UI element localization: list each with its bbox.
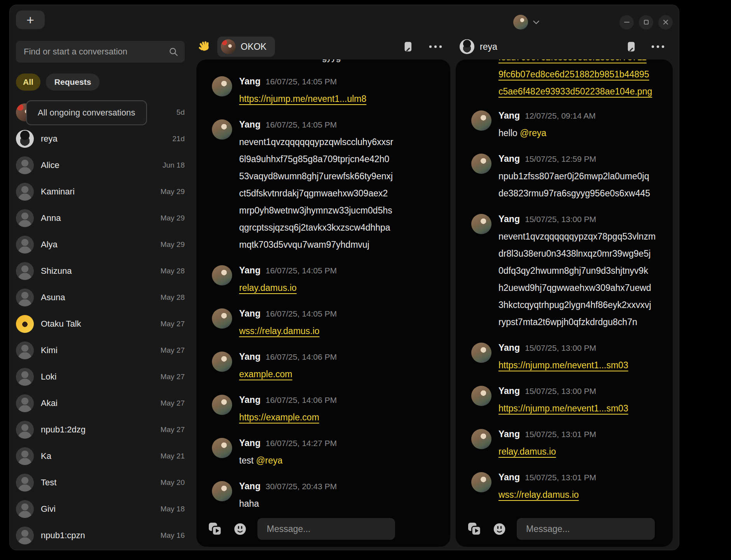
message-avatar[interactable]	[471, 154, 491, 174]
message-header: Yang16/07/25, 14:06 PM	[239, 350, 443, 363]
message-body: Yang15/07/25, 13:00 PMhttps://njump.me/n…	[498, 341, 666, 374]
conversation-row[interactable]: npub1:2dzgMay 27	[16, 416, 185, 443]
message-link[interactable]: https://njump.me/nevent1...sm03	[498, 360, 628, 370]
minimize-button[interactable]	[619, 15, 634, 30]
message-input[interactable]: Message...	[517, 518, 655, 540]
search-placeholder: Find or start a conversation	[24, 47, 168, 57]
message-content: hello @reya	[498, 124, 666, 142]
conversation-title-pill[interactable]: OKOK	[217, 37, 275, 57]
message-link[interactable]: relay.damus.io	[239, 283, 297, 293]
conversation-row[interactable]: AkaiMay 27	[16, 390, 185, 416]
conversation-name: Alice	[41, 160, 156, 170]
message-header: Yang16/07/25, 14:05 PM	[239, 118, 443, 131]
message-link[interactable]: f8dd769e762fc83393d6f13386/7e711	[498, 60, 666, 66]
message-header: Yang16/07/25, 14:27 PM	[239, 437, 443, 450]
conversation-time: May 18	[161, 505, 185, 513]
message-body: Yang16/07/25, 14:05 PMwss://relay.damus.…	[239, 307, 443, 340]
message-avatar[interactable]	[212, 481, 232, 501]
message-avatar[interactable]	[471, 472, 491, 492]
message-link[interactable]: example.com	[239, 369, 292, 379]
conversation-row[interactable]: GiviMay 18	[16, 496, 185, 522]
maximize-icon	[643, 19, 649, 25]
message: Yang16/07/25, 14:27 PMtest @reya	[212, 437, 443, 469]
conversation-row[interactable]: KaminariMay 29	[16, 178, 185, 205]
conversation-row[interactable]: AliceJun 18	[16, 152, 185, 178]
conversation-row[interactable]: ShizunaMay 28	[16, 258, 185, 284]
conversation-name: Kimi	[41, 345, 154, 355]
message-avatar[interactable]	[471, 386, 491, 406]
message-link[interactable]: relay.damus.io	[498, 446, 556, 457]
message-avatar[interactable]	[212, 76, 232, 96]
conversation-row[interactable]: AlyaMay 29	[16, 231, 185, 258]
message-avatar[interactable]	[471, 429, 491, 449]
message-text: haha	[239, 499, 259, 509]
message-avatar[interactable]	[471, 343, 491, 363]
conversation-title: OKOK	[241, 42, 266, 52]
conversation-row[interactable]: LokiMay 27	[16, 364, 185, 390]
account-avatar[interactable]	[513, 15, 528, 30]
message: Yang16/07/25, 14:05 PMhttps://njump.me/n…	[212, 75, 443, 107]
search-input[interactable]: Find or start a conversation	[16, 41, 185, 63]
chevron-down-icon[interactable]	[533, 20, 540, 24]
message-text: hello	[498, 128, 520, 138]
message-avatar[interactable]	[471, 214, 491, 234]
new-conversation-button[interactable]: +	[16, 10, 45, 29]
message-avatar[interactable]	[212, 352, 232, 372]
conversation-row[interactable]: AnnaMay 29	[16, 205, 185, 231]
emoji-icon[interactable]	[233, 522, 247, 536]
conversation-list: 5dreya21dAliceJun 18KaminariMay 29AnnaMa…	[16, 99, 185, 547]
mention[interactable]: @reya	[256, 455, 282, 466]
conversation-row[interactable]: KimiMay 27	[16, 337, 185, 364]
message-text: test	[239, 455, 256, 466]
message-input[interactable]: Message...	[257, 518, 395, 540]
message-avatar[interactable]	[212, 395, 232, 415]
message-link[interactable]: https://njump.me/nevent1...sm03	[498, 403, 628, 413]
conversation-time: May 29	[161, 214, 185, 222]
message-text: mqtk703d5vvqu7wam97yhdmvuj	[239, 236, 443, 253]
more-icon	[651, 45, 665, 49]
media-attach-icon[interactable]	[467, 521, 482, 537]
message-avatar[interactable]	[212, 308, 232, 329]
message-body: Yang16/07/25, 14:05 PMrelay.damus.io	[239, 264, 443, 296]
note-button[interactable]	[626, 41, 637, 53]
conversation-time: May 27	[161, 346, 185, 355]
message-avatar[interactable]	[471, 110, 491, 131]
conversation-avatar	[16, 447, 34, 465]
note-button[interactable]	[403, 41, 414, 53]
message-text: npub1zfss807aer0j26mwp2la0ume0jq	[498, 168, 666, 185]
conversation-avatar[interactable]	[460, 39, 474, 54]
message-avatar[interactable]	[212, 119, 232, 140]
message-link[interactable]: wss://relay.damus.io	[498, 490, 579, 500]
message-timestamp: 15/07/25, 13:00 PM	[525, 342, 596, 354]
conversation-title: reya	[480, 42, 497, 52]
message-header: Yang15/07/25, 13:00 PM	[498, 341, 666, 354]
mention[interactable]: @reya	[520, 128, 546, 138]
conversation-row[interactable]: Otaku TalkMay 27	[16, 311, 185, 337]
conversation-time: Jun 18	[163, 161, 185, 170]
message-body: Yang12/07/25, 09:14 AMhello @reya	[498, 109, 666, 142]
filter-all[interactable]: All	[16, 74, 40, 91]
message: Yang16/07/25, 14:06 PMexample.com	[212, 350, 443, 383]
conversation-row[interactable]: KaMay 21	[16, 443, 185, 469]
conversation-row[interactable]: npub1:cpznMay 16	[16, 522, 185, 547]
close-button[interactable]	[658, 15, 673, 30]
close-icon	[663, 19, 669, 25]
conversation-row[interactable]: TestMay 20	[16, 469, 185, 496]
emoji-icon[interactable]	[492, 522, 507, 536]
message-link[interactable]: https://njump.me/nevent1...ulm8	[239, 94, 366, 104]
message-header: Yang16/07/25, 14:05 PM	[239, 307, 443, 320]
conversation-row[interactable]: reya21d	[16, 126, 185, 152]
message-link[interactable]: https://example.com	[239, 412, 319, 422]
filter-requests[interactable]: Requests	[46, 74, 100, 91]
message-link[interactable]: c5ae6f482e93933d502238ae104e.png	[498, 83, 666, 100]
conversation-row[interactable]: AsunaMay 28	[16, 284, 185, 311]
message-link[interactable]: wss://relay.damus.io	[239, 326, 320, 336]
maximize-button[interactable]	[639, 15, 653, 30]
message-author: Yang	[239, 307, 261, 320]
message-avatar[interactable]	[212, 438, 232, 458]
more-button[interactable]	[651, 45, 665, 49]
media-attach-icon[interactable]	[207, 521, 223, 537]
more-button[interactable]	[428, 45, 442, 49]
message-link[interactable]: 9fc6b07ed8ce6d251882b9851b44895	[498, 66, 666, 83]
message-avatar[interactable]	[212, 265, 232, 285]
